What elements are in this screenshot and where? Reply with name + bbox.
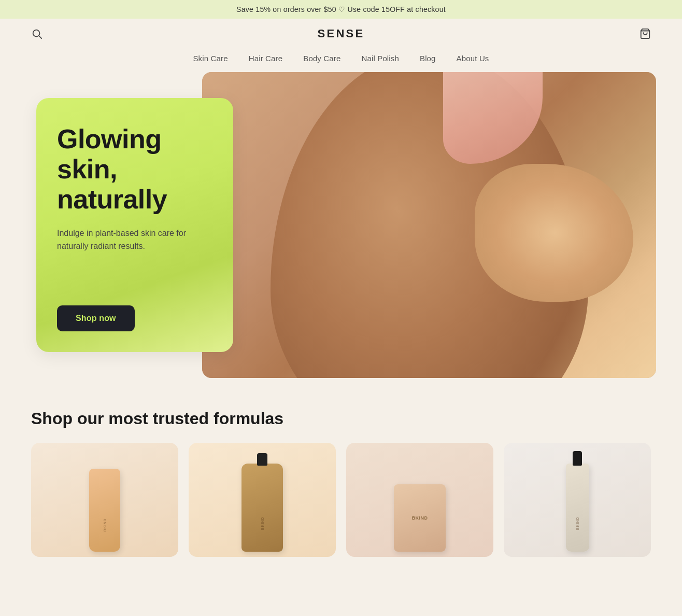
site-logo: SENSE bbox=[317, 27, 364, 40]
cream-swipe-decoration bbox=[513, 191, 609, 277]
product-label-4: BKIND bbox=[576, 517, 579, 530]
product-tube-1: BKIND bbox=[89, 469, 120, 552]
search-button[interactable] bbox=[31, 28, 42, 39]
trusted-section: Shop our most trusted formulas BKIND BKI… bbox=[0, 399, 682, 557]
hero-subtext: Indulge in plant-based skin care for nat… bbox=[57, 227, 197, 253]
product-card-2[interactable]: BKIND bbox=[189, 443, 336, 557]
announcement-text: Save 15% on orders over $50 ♡ Use code 1… bbox=[236, 5, 446, 13]
hero-image bbox=[202, 72, 656, 378]
nav-item-hair-care[interactable]: Hair Care bbox=[249, 54, 283, 63]
hero-card: Glowing skin, naturally Indulge in plant… bbox=[36, 98, 233, 352]
product-label-2: BKIND bbox=[261, 517, 264, 530]
trusted-heading: Shop our most trusted formulas bbox=[31, 409, 651, 428]
product-label-1: BKIND bbox=[103, 519, 107, 532]
cart-button[interactable] bbox=[640, 28, 651, 39]
hero-image-placeholder bbox=[202, 72, 656, 378]
announcement-bar: Save 15% on orders over $50 ♡ Use code 1… bbox=[0, 0, 682, 19]
nav-item-about-us[interactable]: About Us bbox=[457, 54, 489, 63]
product-vial-4: BKIND bbox=[566, 464, 589, 552]
header: SENSE bbox=[0, 19, 682, 49]
products-row: BKIND BKIND BKIND BKIND bbox=[31, 443, 651, 557]
nav-item-body-care[interactable]: Body Care bbox=[303, 54, 340, 63]
towel-decoration bbox=[443, 72, 543, 164]
product-label-3: BKIND bbox=[412, 515, 428, 521]
main-nav: Skin Care Hair Care Body Care Nail Polis… bbox=[0, 49, 682, 72]
svg-line-1 bbox=[39, 36, 41, 38]
shop-now-button[interactable]: Shop now bbox=[57, 305, 135, 331]
product-card-3[interactable]: BKIND bbox=[346, 443, 493, 557]
cart-icon bbox=[640, 28, 651, 39]
hero-section: Glowing skin, naturally Indulge in plant… bbox=[26, 72, 656, 378]
nav-item-nail-polish[interactable]: Nail Polish bbox=[361, 54, 399, 63]
nav-item-blog[interactable]: Blog bbox=[420, 54, 436, 63]
product-box-3: BKIND bbox=[394, 484, 446, 552]
search-icon bbox=[31, 28, 42, 39]
product-bottle-2: BKIND bbox=[241, 464, 283, 552]
nav-item-skin-care[interactable]: Skin Care bbox=[193, 54, 228, 63]
hero-card-content: Glowing skin, naturally Indulge in plant… bbox=[57, 124, 212, 271]
product-card-4[interactable]: BKIND bbox=[504, 443, 651, 557]
hero-heading: Glowing skin, naturally bbox=[57, 124, 212, 215]
product-card-1[interactable]: BKIND bbox=[31, 443, 178, 557]
